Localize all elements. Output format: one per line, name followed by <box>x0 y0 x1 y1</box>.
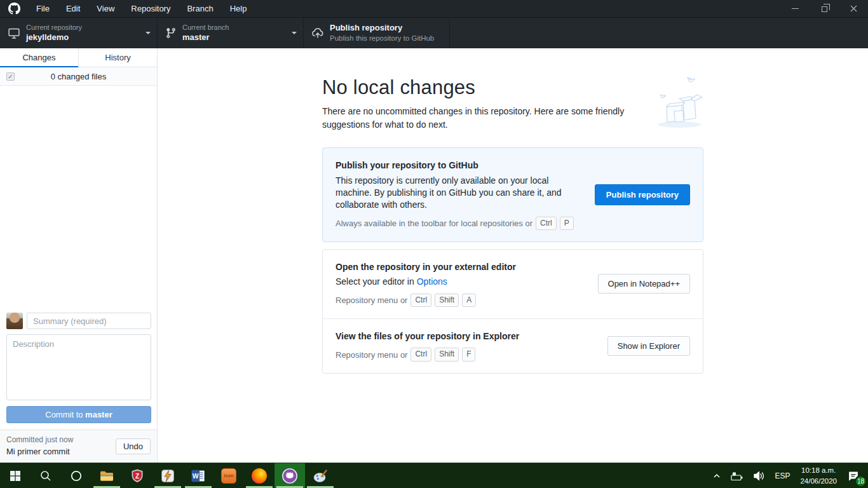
publish-repository-button[interactable]: Publish repository <box>595 184 690 205</box>
kbd-p: P <box>560 217 574 230</box>
taskbar-file-explorer[interactable] <box>92 463 122 488</box>
publish-card-body: This repository is currently only availa… <box>336 175 581 212</box>
current-branch-selector[interactable]: Current branch master <box>158 18 304 48</box>
publish-card-title: Publish your repository to GitHub <box>336 159 581 172</box>
menu-edit[interactable]: Edit <box>58 0 88 18</box>
page-subtitle: There are no uncommitted changes in this… <box>322 105 643 132</box>
commit-summary-input[interactable] <box>27 313 151 329</box>
window-controls <box>780 0 868 18</box>
tray-battery[interactable] <box>726 463 749 488</box>
publish-card-footer: Always available in the toolbar for loca… <box>336 217 581 230</box>
minimize-icon <box>792 8 799 9</box>
action-center-button[interactable]: 18 <box>843 463 864 488</box>
menu-branch[interactable]: Branch <box>179 0 221 18</box>
zotero-icon: Z <box>130 468 145 484</box>
menu-repository[interactable]: Repository <box>123 0 179 18</box>
tray-language[interactable]: ESP <box>770 463 794 488</box>
kbd-a: A <box>462 294 476 307</box>
winamp-icon <box>160 468 175 484</box>
tray-volume[interactable] <box>749 463 770 488</box>
empty-state-illustration-icon <box>653 71 706 131</box>
page-title: No local changes <box>322 76 703 99</box>
taskbar-winamp[interactable] <box>153 463 183 488</box>
search-icon <box>39 470 52 482</box>
minimize-button[interactable] <box>780 0 810 18</box>
publish-repository-subtitle: Publish this repository to GitHub <box>330 34 443 44</box>
menu-help[interactable]: Help <box>222 0 255 18</box>
explorer-card-footer-text: Repository menu or <box>336 350 407 360</box>
kbd-ctrl: Ctrl <box>410 348 431 361</box>
editor-card-footer: Repository menu or Ctrl Shift A <box>336 294 584 307</box>
taskbar-word[interactable]: W <box>183 463 214 488</box>
close-button[interactable] <box>839 0 868 18</box>
current-repository-name: jekylldemo <box>26 32 142 43</box>
toolbar: Current repository jekylldemo Current br… <box>0 18 868 48</box>
publish-suggestion-card: Publish your repository to GitHub This r… <box>322 147 703 242</box>
current-repository-selector[interactable]: Current repository jekylldemo <box>0 18 158 48</box>
suggestions-card: Open the repository in your external edi… <box>322 249 703 374</box>
editor-card-title: Open the repository in your external edi… <box>336 261 584 274</box>
current-branch-name: master <box>182 32 288 43</box>
kbd-f: F <box>462 348 475 361</box>
kbd-ctrl: Ctrl <box>410 294 431 307</box>
commit-description-input[interactable] <box>6 334 151 400</box>
tray-time: 10:18 a.m. <box>800 465 837 475</box>
taskbar-firefox[interactable] <box>244 463 275 488</box>
commit-form: Commit to master Committed just now Mi p… <box>0 308 157 463</box>
tray-clock[interactable]: 10:18 a.m. 24/06/2020 <box>794 465 843 485</box>
notification-count-badge: 18 <box>855 475 867 487</box>
tab-changes[interactable]: Changes <box>0 48 78 67</box>
explorer-card-footer: Repository menu or Ctrl Shift F <box>336 348 593 361</box>
taskbar-search-button[interactable] <box>31 463 61 488</box>
titlebar: File Edit View Repository Branch Help <box>0 0 868 18</box>
show-in-explorer-row: View the files of your repository in Exp… <box>323 318 703 373</box>
taskbar-zotero[interactable]: Z <box>122 463 153 488</box>
commit-to-master-button[interactable]: Commit to master <box>6 406 151 423</box>
language-indicator: ESP <box>775 471 790 480</box>
changed-files-count: 0 changed files <box>51 72 106 81</box>
tray-date: 24/06/2020 <box>800 476 837 486</box>
taskbar-paint[interactable] <box>305 463 336 488</box>
menu-view[interactable]: View <box>88 0 123 18</box>
options-link[interactable]: Options <box>417 276 447 287</box>
close-icon <box>850 5 857 12</box>
kbd-shift: Shift <box>435 348 459 361</box>
svg-text:W: W <box>193 472 199 480</box>
sidebar: Changes History 0 changed files Commit t… <box>0 48 158 463</box>
chevron-up-icon <box>712 471 721 480</box>
cortana-button[interactable] <box>61 463 92 488</box>
show-in-explorer-button[interactable]: Show in Explorer <box>607 336 690 356</box>
speaker-icon <box>753 470 766 482</box>
restore-button[interactable] <box>810 0 839 18</box>
publish-repository-toolbar-button[interactable]: Publish repository Publish this reposito… <box>304 18 450 48</box>
tray-expand-button[interactable] <box>708 463 726 488</box>
commit-message: Mi primer commit <box>6 446 116 458</box>
undo-button[interactable]: Undo <box>116 438 151 454</box>
github-desktop-icon <box>281 468 298 484</box>
select-all-checkbox[interactable] <box>6 72 15 81</box>
paint-icon <box>313 468 328 484</box>
github-logo-icon <box>8 3 20 15</box>
start-button[interactable] <box>0 463 31 488</box>
tab-history[interactable]: History <box>78 48 157 67</box>
commit-status: Committed just now <box>6 435 116 445</box>
editor-card-body-text: Select your editor in <box>336 276 417 287</box>
firefox-icon <box>252 468 267 484</box>
open-editor-row: Open the repository in your external edi… <box>323 250 703 318</box>
orange-app-icon: icon <box>221 468 236 484</box>
word-icon: W <box>191 468 206 484</box>
last-commit-bar: Committed just now Mi primer commit Undo <box>0 430 157 463</box>
commit-button-branch: master <box>85 410 112 419</box>
main-content: No local changes There are no uncommitte… <box>158 48 868 463</box>
cloud-upload-icon <box>311 27 324 39</box>
publish-card-footer-text: Always available in the toolbar for loca… <box>336 219 532 228</box>
commit-button-prefix: Commit to <box>45 410 85 419</box>
menu-file[interactable]: File <box>28 0 58 18</box>
open-in-editor-button[interactable]: Open in Notepad++ <box>598 274 690 294</box>
system-tray: ESP 10:18 a.m. 24/06/2020 18 <box>708 463 868 488</box>
taskbar-github-desktop[interactable] <box>275 463 305 488</box>
taskbar-orange-app[interactable]: icon <box>214 463 244 488</box>
avatar <box>6 313 23 329</box>
editor-card-body: Select your editor in Options <box>336 276 584 288</box>
taskbar: Z W icon ESP 10:18 a.m. 24/06/2020 <box>0 463 868 488</box>
